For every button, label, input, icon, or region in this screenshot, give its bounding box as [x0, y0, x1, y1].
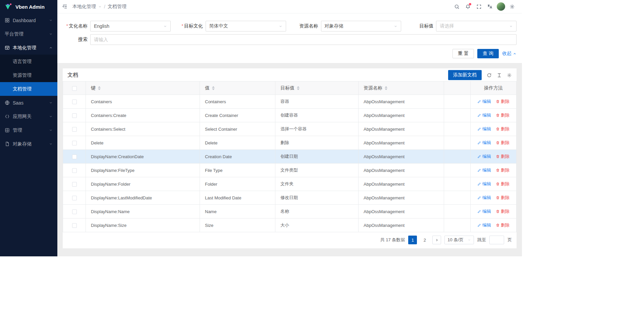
row-checkbox[interactable]: [72, 182, 77, 187]
cell-resource: AbpOssManagement: [364, 195, 405, 200]
chevron-down-icon: [279, 24, 282, 28]
reset-button[interactable]: 重 置: [452, 49, 474, 58]
breadcrumb-parent[interactable]: 本地化管理: [72, 4, 96, 10]
app-logo[interactable]: Vben Admin: [0, 0, 57, 13]
refresh-icon[interactable]: [487, 73, 492, 78]
filter-actions: 重 置 查 询 收起: [63, 49, 517, 58]
sidebar-item-resource-management[interactable]: 资源管理: [0, 68, 57, 82]
table-row: DisplayName:Name Name 名称 AbpOssManagemen…: [63, 205, 517, 218]
resource-select[interactable]: 对象存储: [321, 21, 401, 32]
add-document-button[interactable]: 添加新文档: [448, 70, 482, 80]
sidebar-item-platform[interactable]: 平台管理: [0, 27, 57, 41]
target-culture-select[interactable]: 简体中文: [206, 21, 286, 32]
next-page-button[interactable]: [432, 236, 441, 244]
row-checkbox[interactable]: [72, 127, 77, 132]
edit-button[interactable]: 编辑: [477, 99, 491, 105]
edit-icon: [477, 113, 481, 117]
sort-icon[interactable]: [212, 86, 215, 90]
cell-key: DisplayName:Size: [91, 223, 126, 228]
sidebar-item-gateway[interactable]: 应用网关: [0, 110, 57, 123]
sidebar-item-object-storage[interactable]: 对象存储: [0, 137, 57, 151]
row-checkbox[interactable]: [72, 209, 77, 214]
cell-target: 容器: [280, 99, 289, 104]
search-input[interactable]: [90, 34, 517, 45]
cell-key: Containers:Create: [91, 113, 126, 118]
edit-button[interactable]: 编辑: [477, 222, 491, 228]
sidebar-item-language-management[interactable]: 语言管理: [0, 55, 57, 68]
cell-value: File Type: [205, 168, 223, 173]
collapse-link[interactable]: 收起: [502, 51, 517, 57]
row-checkbox[interactable]: [72, 196, 77, 200]
cell-target: 删除: [280, 140, 289, 145]
translate-icon[interactable]: [485, 0, 495, 13]
user-avatar[interactable]: [496, 0, 506, 13]
notification-icon[interactable]: [463, 0, 473, 13]
document-table-card: 文档 添加新文档: [63, 68, 517, 248]
row-checkbox[interactable]: [72, 113, 77, 118]
sort-icon[interactable]: [385, 86, 387, 90]
row-checkbox[interactable]: [72, 223, 77, 228]
chevron-down-icon: [49, 101, 53, 105]
sidebar-item-document-management[interactable]: 文档管理: [0, 82, 57, 96]
edit-button[interactable]: 编辑: [477, 208, 491, 214]
cell-value: Containers: [205, 99, 226, 104]
sort-icon[interactable]: [297, 86, 300, 90]
delete-button[interactable]: 删除: [496, 181, 509, 187]
delete-icon: [496, 127, 500, 131]
edit-icon: [477, 154, 481, 159]
page-button-1[interactable]: 1: [408, 236, 417, 244]
delete-icon: [496, 182, 500, 186]
edit-button[interactable]: 编辑: [477, 167, 491, 173]
row-checkbox[interactable]: [72, 154, 77, 159]
sidebar-item-localization[interactable]: 本地化管理: [0, 41, 57, 55]
top-header: 本地化管理 / 文档管理: [57, 0, 522, 13]
cell-target: 名称: [280, 209, 289, 214]
sidebar-item-dashboard[interactable]: Dashboard: [0, 13, 57, 27]
edit-button[interactable]: 编辑: [477, 181, 491, 187]
row-checkbox[interactable]: [72, 168, 77, 173]
delete-button[interactable]: 删除: [496, 222, 509, 228]
delete-button[interactable]: 删除: [496, 153, 509, 160]
breadcrumb-current: 文档管理: [108, 4, 126, 10]
page-size-select[interactable]: 10 条/页: [444, 236, 474, 244]
delete-button[interactable]: 删除: [496, 126, 509, 132]
table-row: DisplayName:Size Size 大小 AbpOssManagemen…: [63, 218, 517, 232]
edit-button[interactable]: 编辑: [477, 140, 491, 146]
settings-icon[interactable]: [507, 0, 517, 13]
header-actions: [451, 0, 517, 13]
query-button[interactable]: 查 询: [477, 49, 499, 58]
pagination-total: 共 17 条数据: [380, 237, 405, 243]
search-icon[interactable]: [451, 0, 462, 13]
delete-button[interactable]: 删除: [496, 99, 509, 105]
jump-page-input[interactable]: [489, 236, 504, 244]
storage-icon: [5, 141, 10, 146]
filter-field-target-value: 目标值 请选择: [409, 21, 517, 32]
column-header-actions: 操作方法: [484, 85, 503, 90]
sidebar-item-admin[interactable]: 管理: [0, 123, 57, 137]
row-checkbox[interactable]: [72, 100, 77, 104]
edit-button[interactable]: 编辑: [477, 195, 491, 201]
sidebar-collapse-icon[interactable]: [62, 4, 68, 9]
sort-icon[interactable]: [98, 86, 101, 90]
page-button-2[interactable]: 2: [420, 236, 429, 244]
globe-icon: [5, 100, 10, 105]
edit-button[interactable]: 编辑: [477, 112, 491, 118]
delete-button[interactable]: 删除: [496, 167, 509, 173]
delete-button[interactable]: 删除: [496, 208, 509, 214]
fullscreen-icon[interactable]: [474, 0, 484, 13]
edit-button[interactable]: 编辑: [477, 126, 491, 132]
delete-button[interactable]: 删除: [496, 195, 509, 201]
sidebar-item-saas[interactable]: Saas: [0, 96, 57, 110]
select-all-checkbox[interactable]: [72, 86, 77, 91]
target-value-select[interactable]: 请选择: [436, 21, 517, 32]
row-height-icon[interactable]: [497, 73, 502, 78]
table-row: Containers:Create Create Container 创建容器 …: [63, 109, 517, 122]
cell-target: 大小: [280, 223, 289, 228]
delete-button[interactable]: 删除: [496, 140, 509, 146]
delete-icon: [496, 141, 500, 145]
column-settings-icon[interactable]: [507, 73, 512, 78]
delete-button[interactable]: 删除: [496, 112, 509, 118]
edit-button[interactable]: 编辑: [477, 153, 491, 160]
culture-select[interactable]: English: [90, 21, 171, 32]
row-checkbox[interactable]: [72, 141, 77, 145]
